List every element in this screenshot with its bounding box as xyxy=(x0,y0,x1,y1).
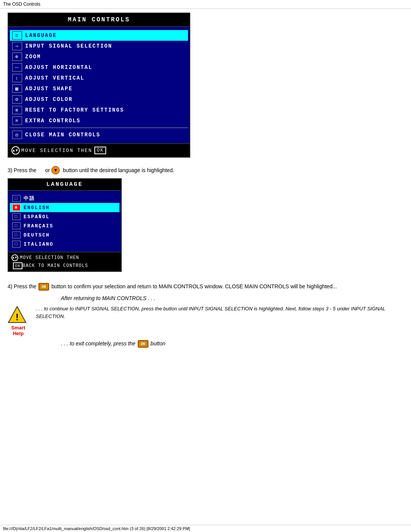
reset-label: RESET TO FACTORY SETTINGS xyxy=(25,107,124,113)
francais-label: FRANÇAIS xyxy=(24,223,53,229)
lang-item-francais[interactable]: □ FRANÇAIS xyxy=(10,221,119,230)
bottom-bar-text: file:///D|/rita/LF2/LF2/LFa1/multi_manua… xyxy=(3,526,190,531)
menu-item-close[interactable]: ◎ CLOSE MAIN CONTROLS xyxy=(10,129,188,140)
instruction3-text2: button until the desired language is hig… xyxy=(61,167,174,173)
lang-item-chinese[interactable]: □ 中語 xyxy=(10,194,119,203)
menu-item-input-signal[interactable]: ⇒ INPUT SIGNAL SELECTION xyxy=(10,41,188,51)
zoom-icon: ⊕ xyxy=(12,53,22,61)
instruction3: 3) Press the or ▼ button until the desir… xyxy=(8,166,403,174)
main-controls-box: MAIN CONTROLS ♊ LANGUAGE ⇒ INPUT SIGNAL … xyxy=(8,13,190,158)
english-icon: ■ xyxy=(12,204,21,211)
footer-text: MOVE SELECTION THEN xyxy=(21,148,92,153)
color-icon: ⚙ xyxy=(12,95,22,104)
menu-item-shape[interactable]: ▦ ADJUST SHAPE xyxy=(10,83,188,94)
ok-button-inline: OK xyxy=(38,283,49,291)
francais-icon: □ xyxy=(12,222,21,229)
footer-back-text: BACK TO MAIN CONTROLS xyxy=(22,263,88,268)
horizontal-icon: ↔ xyxy=(12,63,22,72)
ok-box-sm: OK xyxy=(13,262,22,269)
footer-move-text: MOVE SELECTION THEN xyxy=(20,255,79,260)
shape-icon: ▦ xyxy=(12,85,22,93)
instruction4-suffix: button to confirm your selection and ret… xyxy=(51,283,337,289)
close-label: CLOSE MAIN CONTROLS xyxy=(25,132,100,138)
menu-item-vertical[interactable]: ↕ ADJUST VERTICAL xyxy=(10,73,188,83)
language-footer: ▲▼ MOVE SELECTION THEN OK BACK TO MAIN C… xyxy=(8,252,121,271)
svg-text:!: ! xyxy=(16,312,19,322)
main-controls-footer: ▲▼ MOVE SELECTION THEN OK xyxy=(8,143,190,157)
instruction4: 4) Press the OK button to confirm your s… xyxy=(8,283,403,291)
menu-item-horizontal[interactable]: ↔ ADJUST HORIZONTAL xyxy=(10,62,188,73)
footer-icon2: ▲▼ xyxy=(11,254,18,261)
top-bar-label: The OSD Controls xyxy=(3,2,40,7)
chinese-icon: □ xyxy=(12,195,21,202)
ok-box: OK xyxy=(94,147,106,154)
italiano-icon: □ xyxy=(12,241,21,248)
help-label-text: Help xyxy=(13,331,24,336)
top-bar: The OSD Controls xyxy=(0,0,411,9)
smart-help-text: . . . to continue to INPUT SIGNAL SELECT… xyxy=(36,305,403,320)
extra-label: EXTRA CONTROLS xyxy=(25,118,81,124)
espanol-icon: □ xyxy=(12,213,21,220)
main-controls-title: MAIN CONTROLS xyxy=(8,13,190,27)
smart-help-section: ! Smart Help . . . to continue to INPUT … xyxy=(8,305,403,336)
input-signal-icon: ⇒ xyxy=(12,42,22,50)
ok-btn-exit: OK xyxy=(138,340,148,348)
lang-item-italiano[interactable]: □ ITALIANO xyxy=(10,240,119,249)
zoom-label: ZOOM xyxy=(25,54,41,60)
smart-label-text: Smart xyxy=(11,325,25,331)
instruction4-prefix: 4) Press the xyxy=(8,283,36,289)
language-items: □ 中語 ■ ENGLISH □ ESPAÑOL □ FRANÇAIS □ DE… xyxy=(8,191,121,252)
language-label: LANGUAGE xyxy=(25,32,57,38)
language-title: LANGUAGE xyxy=(8,179,121,191)
main-controls-items: ♊ LANGUAGE ⇒ INPUT SIGNAL SELECTION ⊕ ZO… xyxy=(8,27,190,143)
horizontal-label: ADJUST HORIZONTAL xyxy=(25,64,92,70)
bottom-bar: file:///D|/rita/LF2/LF2/LFa1/multi_manua… xyxy=(0,525,411,532)
close-icon: ◎ xyxy=(12,131,22,139)
lang-footer-row1: ▲▼ MOVE SELECTION THEN xyxy=(11,254,118,261)
language-box: LANGUAGE □ 中語 ■ ENGLISH □ ESPAÑOL □ FRAN… xyxy=(8,178,122,272)
lang-item-deutsch[interactable]: □ DEUTSCH xyxy=(10,230,119,240)
lang-footer-row2: OK BACK TO MAIN CONTROLS xyxy=(11,262,118,269)
menu-item-extra[interactable]: ≡ EXTRA CONTROLS xyxy=(10,115,188,126)
shape-label: ADJUST SHAPE xyxy=(25,86,73,92)
input-signal-label: INPUT SIGNAL SELECTION xyxy=(25,43,112,49)
footer-icon1: ▲▼ xyxy=(11,146,20,155)
espanol-label: ESPAÑOL xyxy=(24,214,50,220)
italiano-label: ITALIANO xyxy=(24,241,53,247)
exit-text-prefix: . . . to exit completely, press the xyxy=(61,340,137,347)
language-icon: ♊ xyxy=(12,31,22,40)
lang-item-espanol[interactable]: □ ESPAÑOL xyxy=(10,212,119,221)
deutsch-icon: □ xyxy=(12,232,21,238)
deutsch-label: DEUTSCH xyxy=(24,232,50,238)
reset-icon: ▤ xyxy=(12,106,22,114)
menu-item-language[interactable]: ♊ LANGUAGE xyxy=(10,30,188,41)
after-returning-text: After returning to MAIN CONTROLS . . . xyxy=(61,295,403,301)
warning-triangle-icon: ! xyxy=(8,305,27,324)
menu-item-zoom[interactable]: ⊕ ZOOM xyxy=(10,51,188,62)
color-label: ADJUST COLOR xyxy=(25,96,73,102)
menu-item-color[interactable]: ⚙ ADJUST COLOR xyxy=(10,94,188,105)
english-label: ENGLISH xyxy=(24,205,50,211)
extra-icon: ≡ xyxy=(12,117,22,125)
menu-item-reset[interactable]: ▤ RESET TO FACTORY SETTINGS xyxy=(10,105,188,115)
vertical-label: ADJUST VERTICAL xyxy=(25,75,84,81)
instruction3-text1: 3) Press the or xyxy=(8,167,50,173)
lang-item-english[interactable]: ■ ENGLISH xyxy=(10,203,119,212)
exit-text: . . . to exit completely, press the OK b… xyxy=(61,340,403,348)
main-content: MAIN CONTROLS ♊ LANGUAGE ⇒ INPUT SIGNAL … xyxy=(0,9,411,355)
chinese-label: 中語 xyxy=(24,195,35,202)
down-button: ▼ xyxy=(51,166,60,174)
smart-help-text1: . . . to continue to INPUT SIGNAL SELECT… xyxy=(36,306,385,319)
exit-text-suffix: button xyxy=(151,340,166,347)
vertical-icon: ↕ xyxy=(12,74,22,82)
